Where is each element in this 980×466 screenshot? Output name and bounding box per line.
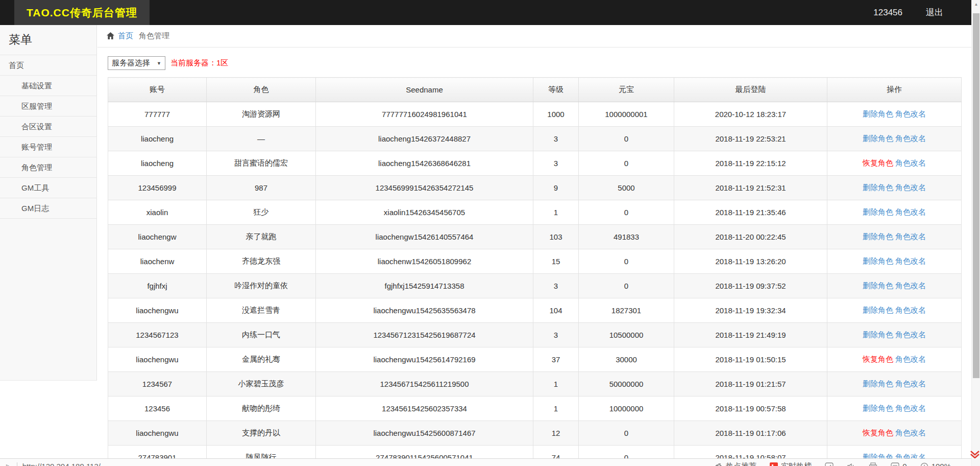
cell-yuanbao: 0: [579, 151, 674, 176]
breadcrumb-home-link[interactable]: 首页: [118, 31, 133, 41]
delete-role-link[interactable]: 删除角色: [863, 306, 893, 314]
cell-seedname: xiaolin15426345456705: [316, 200, 533, 225]
cell-last_login: 2018-11-19 21:35:46: [674, 200, 827, 225]
cell-yuanbao: 0: [579, 274, 674, 298]
sidebar-item-account-management[interactable]: 账号管理: [0, 136, 96, 157]
table-row: liaocheng—liaocheng15426372448827302018-…: [108, 127, 962, 151]
sidebar-item-basic-settings[interactable]: 基础设置: [0, 75, 96, 96]
delete-role-link[interactable]: 删除角色: [863, 330, 893, 339]
cell-role: 淘游资源网: [207, 102, 316, 127]
rename-role-link[interactable]: 角色改名: [895, 257, 926, 265]
rename-role-link[interactable]: 角色改名: [895, 355, 926, 363]
cell-yuanbao: 5000: [579, 176, 674, 200]
cell-actions: 删除角色 角色改名: [827, 200, 962, 225]
delete-role-link[interactable]: 删除角色: [863, 109, 893, 118]
browser-status-bar: ▷ http://120.204.189.113/ 热点推荐 实时热榜 0 10…: [0, 458, 971, 466]
sidebar-item-gm-tools[interactable]: GM工具: [0, 177, 96, 198]
printer-icon[interactable]: [869, 462, 877, 466]
read-aloud-icon[interactable]: ▷: [6, 462, 12, 466]
rename-role-link[interactable]: 角色改名: [895, 404, 926, 412]
cell-seedname: 123456712315425619687724: [316, 323, 533, 347]
zoom-level-item[interactable]: 100%: [920, 462, 951, 466]
cell-actions: 恢复角色 角色改名: [827, 151, 962, 176]
delete-role-link[interactable]: 删除角色: [863, 404, 893, 412]
rename-role-link[interactable]: 角色改名: [895, 134, 926, 143]
cell-level: 9: [533, 176, 579, 200]
cell-yuanbao: 30000: [579, 347, 674, 372]
cell-role: 狂少: [207, 200, 316, 225]
current-server-label: 当前服务器：1区: [170, 58, 228, 68]
vertical-scrollbar[interactable]: ▲: [971, 0, 980, 466]
sidebar-item-zone-management[interactable]: 区服管理: [0, 96, 96, 116]
cell-last_login: 2018-11-19 22:53:21: [674, 127, 827, 151]
topbar: TAO.CC传奇后台管理 123456 退出: [0, 0, 980, 25]
table-row: 123456献吻的彤绮12345615425602357334110000000…: [108, 397, 962, 421]
rename-role-link[interactable]: 角色改名: [895, 232, 926, 241]
cell-actions: 删除角色 角色改名: [827, 102, 962, 127]
cell-last_login: 2018-11-19 01:21:57: [674, 372, 827, 397]
realtime-trending-item[interactable]: 实时热榜: [770, 461, 812, 466]
delete-role-link[interactable]: 删除角色: [863, 257, 893, 265]
delete-role-link[interactable]: 删除角色: [863, 232, 893, 241]
delete-role-link[interactable]: 删除角色: [863, 281, 893, 290]
rename-role-link[interactable]: 角色改名: [895, 379, 926, 388]
cell-yuanbao: 50000000: [579, 372, 674, 397]
notes-counter-item[interactable]: 0: [891, 462, 906, 466]
restore-role-link[interactable]: 恢复角色: [863, 158, 893, 167]
delete-role-link[interactable]: 删除角色: [863, 379, 893, 388]
scrollbar-up-arrow-icon[interactable]: ▲: [972, 2, 980, 7]
delete-role-link[interactable]: 删除角色: [863, 134, 893, 143]
rename-role-link[interactable]: 角色改名: [895, 428, 926, 437]
cell-last_login: 2018-11-19 19:32:34: [674, 298, 827, 323]
sidebar-item-role-management[interactable]: 角色管理: [0, 157, 96, 177]
cell-level: 1: [533, 372, 579, 397]
topbar-right: 123456 退出: [873, 7, 943, 18]
cell-actions: 删除角色 角色改名: [827, 225, 962, 249]
table-row: liaochengwu支撑的丹以liaochengwu1542560087146…: [108, 421, 962, 446]
server-select-dropdown[interactable]: 服务器选择 ▼: [108, 56, 165, 70]
sidebar-item-gm-logs[interactable]: GM日志: [0, 198, 96, 219]
rename-role-link[interactable]: 角色改名: [895, 330, 926, 339]
separator: [17, 462, 17, 466]
delete-role-link[interactable]: 删除角色: [863, 183, 893, 192]
cell-last_login: 2020-10-12 18:23:17: [674, 102, 827, 127]
cell-level: 3: [533, 127, 579, 151]
cell-actions: 删除角色 角色改名: [827, 397, 962, 421]
restore-role-link[interactable]: 恢复角色: [863, 355, 893, 363]
cell-seedname: 12345699915426354272145: [316, 176, 533, 200]
logged-in-user: 123456: [873, 8, 902, 18]
table-row: 777777淘游资源网77777716024981961041100010000…: [108, 102, 962, 127]
column-header: 最后登陆: [674, 78, 827, 102]
scrollbar-down-arrow-icon[interactable]: [969, 450, 980, 458]
speaker-icon[interactable]: [847, 462, 855, 466]
cell-role: 献吻的彤绮: [207, 397, 316, 421]
rename-role-link[interactable]: 角色改名: [895, 306, 926, 314]
status-right: 热点推荐 实时热榜 0 100%: [714, 459, 951, 466]
column-header: 角色: [207, 78, 316, 102]
cell-yuanbao: 0: [579, 127, 674, 151]
restore-role-link[interactable]: 恢复角色: [863, 428, 893, 437]
rename-role-link[interactable]: 角色改名: [895, 158, 926, 167]
sidebar-item-merge-settings[interactable]: 合区设置: [0, 116, 96, 136]
sidebar-title: 菜单: [0, 25, 96, 55]
cell-role: 金属的礼骞: [207, 347, 316, 372]
translate-check-icon[interactable]: [825, 462, 834, 466]
rename-role-link[interactable]: 角色改名: [895, 183, 926, 192]
rename-role-link[interactable]: 角色改名: [895, 109, 926, 118]
cell-yuanbao: 0: [579, 249, 674, 274]
cell-level: 3: [533, 274, 579, 298]
cell-level: 37: [533, 347, 579, 372]
cell-last_login: 2018-11-19 21:52:31: [674, 176, 827, 200]
app-title: TAO.CC传奇后台管理: [14, 0, 150, 25]
scrollbar-thumb[interactable]: [973, 13, 979, 378]
sidebar-item-home[interactable]: 首页: [0, 55, 96, 75]
delete-role-link[interactable]: 删除角色: [863, 207, 893, 216]
hot-recommend-item[interactable]: 热点推荐: [714, 461, 756, 466]
rename-role-link[interactable]: 角色改名: [895, 281, 926, 290]
chevron-down-icon: ▼: [157, 61, 161, 66]
main-content: 首页 角色管理 服务器选择 ▼ 当前服务器：1区 账号角色Seedname等级元…: [97, 25, 971, 458]
logout-button[interactable]: 退出: [926, 7, 943, 18]
column-header: 元宝: [579, 78, 674, 102]
cell-role: 亲了就跑: [207, 225, 316, 249]
rename-role-link[interactable]: 角色改名: [895, 207, 926, 216]
